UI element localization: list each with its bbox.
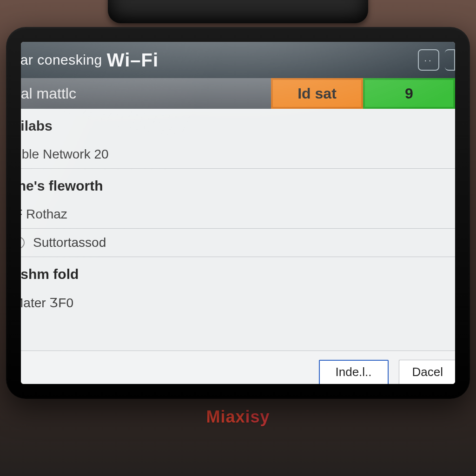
network-list: avilabs avible Network 20 nine's flewort… <box>21 109 455 350</box>
device-handle <box>108 0 368 23</box>
title-bar: nsar conesking Wi–Fi ·· <box>21 42 455 78</box>
tab-count[interactable]: 9 <box>363 78 455 109</box>
tab-id-sat[interactable]: Id sat <box>271 78 363 109</box>
network-row[interactable]: Suttortassod <box>21 228 455 257</box>
confirm-button[interactable]: Inde.l.. <box>319 360 389 384</box>
screen: nsar conesking Wi–Fi ·· ynal mattlc Id s… <box>21 42 455 384</box>
diagnostic-tablet: nsar conesking Wi–Fi ·· ynal mattlc Id s… <box>0 0 476 476</box>
section-heading: avilabs <box>21 109 455 140</box>
network-row-label: Suttortassod <box>33 235 106 250</box>
radio-icon[interactable] <box>21 237 25 249</box>
dialog-button-bar: Inde.l.. Dacel <box>21 350 455 384</box>
settings-icon[interactable] <box>445 49 455 71</box>
more-options-icon[interactable]: ·· <box>418 49 439 71</box>
title-bar-wifi-heading: Wi–Fi <box>107 50 159 71</box>
device-brand-logo: Miaxisy <box>206 407 270 427</box>
network-row[interactable]: DF Rothaz <box>21 200 455 228</box>
title-bar-lead: nsar conesking <box>21 52 102 68</box>
section-fold: alishm fold Mater ƷF0 <box>21 257 455 317</box>
network-row-label: Mater ƷF0 <box>21 295 73 311</box>
network-row[interactable]: Mater ƷF0 <box>21 289 455 317</box>
section-heading: alishm fold <box>21 257 455 289</box>
network-row-label: avible Network 20 <box>21 147 109 162</box>
cancel-button[interactable]: Dacel <box>399 360 455 384</box>
network-row-label: DF Rothaz <box>21 207 67 222</box>
section-fleworth: nine's fleworth DF Rothaz Suttortassod <box>21 169 455 257</box>
screen-bezel: nsar conesking Wi–Fi ·· ynal mattlc Id s… <box>6 27 470 399</box>
section-avilabs: avilabs avible Network 20 <box>21 109 455 169</box>
tab-strip: ynal mattlc Id sat 9 <box>21 78 455 109</box>
section-heading: nine's fleworth <box>21 169 455 200</box>
network-row[interactable]: avible Network 20 <box>21 140 455 168</box>
tab-info-label: ynal mattlc <box>21 78 271 109</box>
